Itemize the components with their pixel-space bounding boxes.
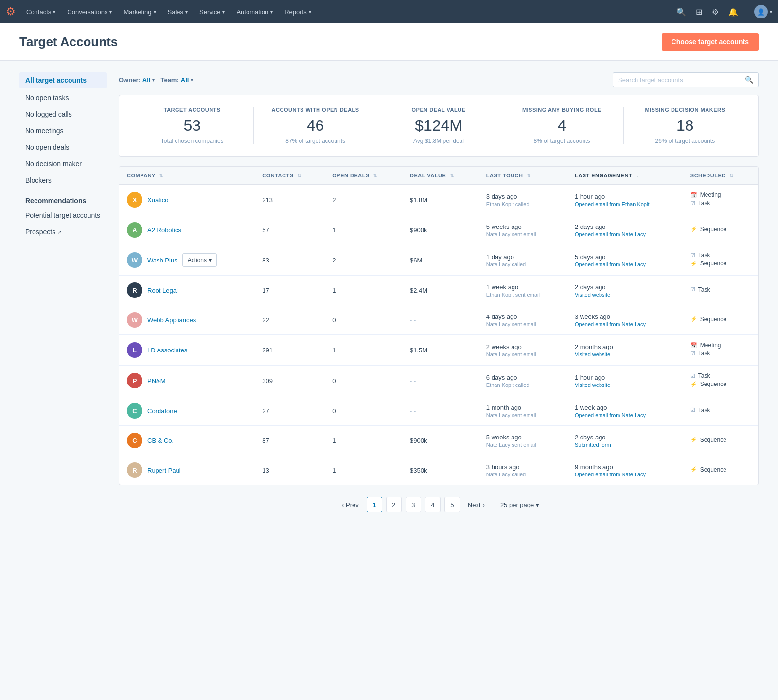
company-name[interactable]: A2 Robotics [147, 227, 181, 234]
last-touch-time: 5 weeks ago [486, 223, 559, 230]
col-scheduled[interactable]: Scheduled ⇅ [683, 167, 758, 185]
contacts-cell: 57 [254, 215, 324, 245]
settings-icon[interactable]: ⚙ [708, 7, 723, 17]
search-box[interactable]: 🔍 [613, 72, 759, 87]
company-cell: C CB & Co. [119, 426, 254, 455]
apps-icon[interactable]: ⊞ [692, 7, 706, 17]
deal-value: $350k [410, 467, 427, 474]
col-company[interactable]: Company ⇅ [119, 167, 254, 185]
page-5-button[interactable]: 5 [444, 497, 460, 512]
contacts-cell: 13 [254, 455, 324, 485]
page-4-button[interactable]: 4 [425, 497, 441, 512]
choose-target-accounts-button[interactable]: Choose target accounts [662, 33, 759, 51]
last-touch-time: 4 days ago [486, 313, 559, 320]
last-touch-sub: Ethan Kopit sent email [486, 292, 559, 298]
last-engagement-cell: 9 months ago Opened email from Nate Lacy [567, 455, 683, 485]
last-touch-cell: 1 day ago Nate Lacy called [478, 245, 567, 276]
col-last-touch[interactable]: Last Touch ⇅ [478, 167, 567, 185]
service-chevron: ▾ [222, 9, 225, 15]
nav-service[interactable]: Service ▾ [194, 0, 230, 23]
company-name[interactable]: Wash Plus [147, 257, 177, 264]
team-filter[interactable]: Team: All ▾ [160, 76, 193, 84]
company-name[interactable]: Cordafone [147, 407, 177, 415]
scheduled-icon: ☑ [690, 373, 695, 379]
open-deals-cell: 1 [324, 455, 402, 485]
owner-filter[interactable]: Owner: All ▾ [119, 76, 155, 84]
per-page-selector[interactable]: 25 per page ▾ [500, 501, 539, 508]
sidebar-item-no-open-deals[interactable]: No open deals [19, 140, 107, 155]
engagement-sub: Opened email from Nate Lacy [575, 412, 675, 418]
scheduled-label: Sequence [700, 381, 726, 387]
page-3-button[interactable]: 3 [406, 497, 421, 512]
last-touch-cell: 2 weeks ago Nate Lacy sent email [478, 335, 567, 366]
prev-icon: ‹ [342, 501, 344, 508]
actions-button[interactable]: Actions ▾ [182, 253, 217, 267]
page-1-button[interactable]: 1 [367, 497, 382, 512]
contacts-cell: 17 [254, 276, 324, 305]
sidebar-item-blockers[interactable]: Blockers [19, 173, 107, 188]
sidebar-item-no-open-tasks[interactable]: No open tasks [19, 90, 107, 105]
sidebar-item-no-decision-maker[interactable]: No decision maker [19, 156, 107, 172]
company-name[interactable]: Rupert Paul [147, 467, 181, 474]
notifications-icon[interactable]: 🔔 [725, 7, 742, 17]
last-engagement-cell: 2 days ago Submitted form [567, 426, 683, 455]
contacts-cell: 27 [254, 396, 324, 426]
col-open-deals[interactable]: Open Deals ⇅ [324, 167, 402, 185]
col-deal-value[interactable]: Deal Value ⇅ [402, 167, 478, 185]
scheduled-label: Task [698, 407, 710, 414]
user-avatar[interactable]: 👤 [754, 5, 768, 18]
nav-automation[interactable]: Automation ▾ [231, 0, 278, 23]
marketing-chevron: ▾ [154, 9, 156, 15]
engagement-sub: Opened email from Nate Lacy [575, 262, 675, 267]
sidebar-item-prospects[interactable]: Prospects ↗ [19, 224, 107, 240]
engagement-sub: Opened email from Nate Lacy [575, 321, 675, 327]
user-menu-chevron[interactable]: ▾ [770, 9, 772, 15]
nav-marketing[interactable]: Marketing ▾ [119, 0, 160, 23]
company-name[interactable]: Root Legal [147, 287, 178, 294]
next-page-button[interactable]: Next › [464, 501, 489, 508]
sidebar-item-no-meetings[interactable]: No meetings [19, 123, 107, 139]
search-input[interactable] [618, 76, 741, 84]
nav-reports[interactable]: Reports ▾ [280, 0, 316, 23]
company-avatar: W [127, 312, 142, 328]
company-name[interactable]: CB & Co. [147, 437, 174, 444]
col-last-engagement[interactable]: Last Engagement ↓ [567, 167, 683, 185]
company-avatar: R [127, 462, 142, 478]
table-row: R Rupert Paul 13 1 $350k 3 hours ago Nat… [119, 455, 758, 485]
last-touch-time: 3 hours ago [486, 463, 559, 471]
company-cell: L LD Associates [119, 335, 254, 366]
open-deals-cell: 1 [324, 215, 402, 245]
engagement-sub: Opened email from Ethan Kopit [575, 201, 675, 207]
company-name[interactable]: PN&M [147, 377, 166, 385]
last-touch-sub: Nate Lacy sent email [486, 412, 559, 418]
search-icon[interactable]: 🔍 [672, 7, 690, 17]
last-touch-cell: 1 week ago Ethan Kopit sent email [478, 276, 567, 305]
sidebar-item-no-logged-calls[interactable]: No logged calls [19, 106, 107, 122]
company-cell: R Root Legal [119, 276, 254, 305]
company-name[interactable]: Webb Appliances [147, 316, 196, 324]
nav-contacts[interactable]: Contacts ▾ [21, 0, 60, 23]
prev-page-button[interactable]: ‹ Prev [338, 501, 363, 508]
nav-sales[interactable]: Sales ▾ [163, 0, 193, 23]
last-touch-sub: Nate Lacy sent email [486, 231, 559, 237]
last-engagement-cell: 2 days ago Opened email from Nate Lacy [567, 215, 683, 245]
deal-value-cell: $2.4M [402, 276, 478, 305]
engagement-sub: Visited website [575, 292, 675, 298]
engagement-sub: Submitted form [575, 442, 675, 448]
deal-value-dash: - - [410, 377, 416, 385]
company-name[interactable]: LD Associates [147, 347, 187, 354]
deal-value-cell: - - [402, 366, 478, 396]
scheduled-label: Sequence [700, 466, 726, 473]
col-contacts[interactable]: Contacts ⇅ [254, 167, 324, 185]
page-2-button[interactable]: 2 [386, 497, 402, 512]
nav-conversations[interactable]: Conversations ▾ [62, 0, 117, 23]
sidebar-item-all-target-accounts[interactable]: All target accounts [19, 72, 107, 88]
hubspot-logo[interactable]: ⚙ [6, 5, 16, 18]
scheduled-icon: ⚡ [690, 381, 697, 387]
scheduled-icon: 📅 [690, 192, 697, 198]
last-touch-sub: Nate Lacy sent email [486, 321, 559, 327]
company-name[interactable]: Xuatico [147, 196, 168, 204]
deal-value: $900k [410, 437, 427, 444]
sidebar-item-potential-target-accounts[interactable]: Potential target accounts [19, 208, 107, 223]
scheduled-item: ⚡ Sequence [690, 437, 750, 443]
